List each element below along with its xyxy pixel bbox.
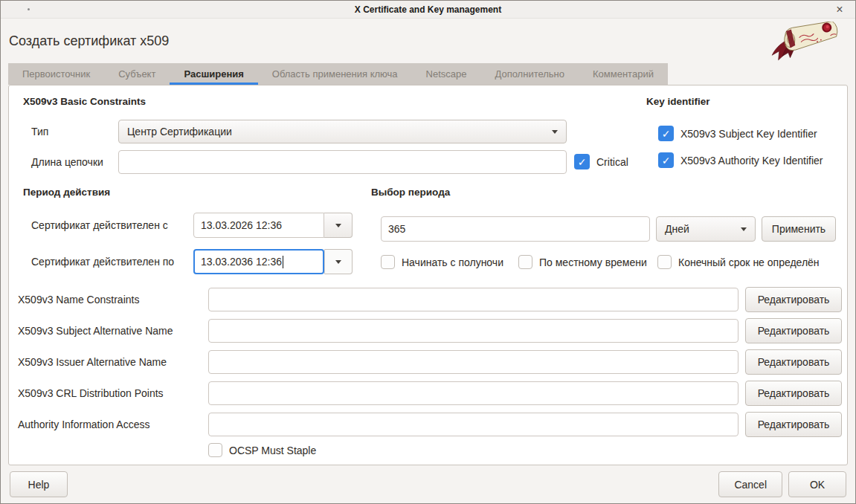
dialog-title: Создать сертификат x509: [1, 19, 855, 49]
authority-key-identifier-checkbox[interactable]: X509v3 Authority Key Identifier: [658, 152, 823, 168]
window-icon-dot: [28, 8, 30, 10]
issuer-alt-name-input[interactable]: [208, 350, 738, 374]
tab-advanced[interactable]: Дополнительно: [480, 63, 579, 85]
tab-source[interactable]: Первоисточник: [8, 63, 104, 85]
edit-button[interactable]: Редактировать: [745, 349, 842, 375]
pathlen-input[interactable]: [118, 150, 567, 174]
tab-key-usage[interactable]: Область применения ключа: [258, 63, 412, 85]
dialog-footer: Help Cancel OK: [1, 465, 855, 503]
type-label: Тип: [31, 120, 48, 143]
checkbox-label: Конечный срок не определён: [678, 256, 820, 268]
titlebar: X Certificate and Key management ×: [1, 1, 855, 19]
xca-scroll-logo: [768, 22, 846, 62]
checkbox-box[interactable]: [574, 154, 590, 169]
tab-netscape[interactable]: Netscape: [412, 63, 481, 85]
checkbox-box[interactable]: [657, 255, 672, 269]
period-unit-value: Дней: [665, 223, 689, 235]
extension-label: X509v3 Name Constraints: [18, 288, 139, 311]
critical-checkbox[interactable]: Critical: [574, 154, 628, 169]
type-select[interactable]: Центр Сертификации: [118, 120, 567, 143]
window-title: X Certificate and Key management: [355, 4, 501, 15]
extension-label: X509v3 Issuer Alternative Name: [18, 350, 167, 374]
crl-distribution-points-input[interactable]: [208, 381, 738, 405]
not-after-dropdown-button[interactable]: [324, 249, 353, 274]
type-select-value: Центр Сертификации: [127, 126, 232, 138]
checkbox-box[interactable]: [658, 152, 674, 168]
extension-label: X509v3 Subject Alternative Name: [18, 319, 173, 343]
not-before-value: 13.03.2026 12:36: [201, 219, 282, 231]
subject-key-identifier-checkbox[interactable]: X509v3 Subject Key Identifier: [658, 126, 817, 141]
close-icon[interactable]: ×: [832, 2, 847, 17]
help-button[interactable]: Help: [10, 471, 68, 497]
time-range-heading: Выбор периода: [371, 187, 450, 198]
tab-extensions[interactable]: Расширения: [170, 63, 257, 85]
checkbox-box[interactable]: [208, 443, 222, 457]
edit-button[interactable]: Редактировать: [745, 412, 842, 437]
checkbox-label: OCSP Must Staple: [229, 445, 316, 456]
extension-label: X509v3 CRL Distribution Points: [18, 381, 164, 405]
basic-constraints-heading: X509v3 Basic Constraints: [23, 96, 146, 107]
checkbox-box[interactable]: [381, 255, 395, 269]
ocsp-must-staple-checkbox[interactable]: OCSP Must Staple: [208, 443, 316, 457]
not-after-value: 13.03.2036 12:36: [201, 256, 282, 268]
checkbox-label: Critical: [596, 156, 628, 168]
not-before-label: Сертификат действителен с: [31, 213, 168, 238]
key-identifier-heading: Key identifier: [646, 96, 710, 107]
tab-strip: Первоисточник Субъект Расширения Область…: [8, 63, 668, 85]
checkbox-label: X509v3 Subject Key Identifier: [680, 128, 817, 140]
xca-dialog-window: X Certificate and Key management × Созда…: [0, 0, 856, 504]
checkbox-label: По местному времени: [539, 256, 647, 268]
subject-alt-name-input[interactable]: [208, 319, 738, 343]
chevron-down-icon: [335, 260, 341, 264]
dialog-header: Создать сертификат x509: [1, 19, 855, 63]
edit-button[interactable]: Редактировать: [745, 381, 842, 406]
chevron-down-icon: [552, 130, 558, 134]
checkbox-label: Начинать с полуночи: [402, 256, 503, 268]
extensions-tab-panel: X509v3 Basic Constraints Key identifier …: [8, 85, 848, 465]
not-before-input[interactable]: 13.03.2026 12:36: [193, 213, 324, 238]
not-after-label: Сертификат действителен по: [31, 249, 174, 274]
tab-bar: Первоисточник Субъект Расширения Область…: [1, 63, 855, 85]
extension-label: Authority Information Access: [18, 413, 149, 436]
checkbox-box[interactable]: [518, 255, 532, 269]
midnight-checkbox[interactable]: Начинать с полуночи: [381, 255, 503, 269]
checkbox-box[interactable]: [658, 126, 674, 141]
period-number-input[interactable]: [381, 216, 650, 242]
ok-button[interactable]: OK: [788, 471, 846, 497]
edit-button[interactable]: Редактировать: [745, 318, 842, 343]
chevron-down-icon: [741, 227, 747, 231]
no-well-defined-expiration-checkbox[interactable]: Конечный срок не определён: [657, 255, 820, 269]
local-time-checkbox[interactable]: По местному времени: [518, 255, 647, 269]
chevron-down-icon: [335, 224, 341, 227]
pathlen-label: Длина цепочки: [31, 150, 103, 174]
not-before-dropdown-button[interactable]: [324, 213, 353, 238]
edit-button[interactable]: Редактировать: [745, 287, 842, 312]
cancel-button[interactable]: Cancel: [718, 471, 782, 497]
period-unit-select[interactable]: Дней: [656, 216, 756, 242]
not-after-picker: 13.03.2036 12:36: [193, 249, 353, 274]
text-cursor: [283, 256, 283, 268]
validity-heading: Период действия: [23, 187, 110, 198]
not-before-picker: 13.03.2026 12:36: [193, 213, 353, 238]
apply-button[interactable]: Применить: [762, 216, 836, 242]
tab-comment[interactable]: Комментарий: [579, 63, 668, 85]
name-constraints-input[interactable]: [208, 288, 738, 311]
not-after-input[interactable]: 13.03.2036 12:36: [193, 249, 324, 274]
tab-subject[interactable]: Субъект: [104, 63, 170, 85]
authority-info-access-input[interactable]: [208, 413, 738, 436]
checkbox-label: X509v3 Authority Key Identifier: [680, 155, 823, 167]
